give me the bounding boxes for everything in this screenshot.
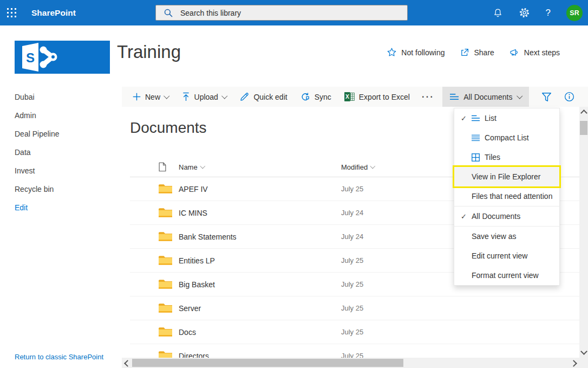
folder-icon	[159, 327, 179, 337]
sidebar-item[interactable]: Deal Pipeline	[0, 125, 122, 143]
toolbar-command-button[interactable]: Quick edit	[233, 87, 293, 107]
sidebar-item[interactable]: Invest	[0, 162, 122, 180]
view-selector-label: All Documents	[463, 93, 512, 101]
view-menu-item[interactable]: ✓ Tiles	[454, 147, 559, 167]
horizontal-scrollbar[interactable]	[122, 358, 579, 368]
more-commands-button[interactable]: ···	[416, 87, 440, 107]
sidebar-item[interactable]: Admin	[0, 106, 122, 125]
row-name-link[interactable]: Bank Statements	[179, 233, 341, 241]
suite-bar: SharePoint ? SR	[0, 0, 588, 25]
view-menu-item-label: Tiles	[485, 153, 500, 162]
view-menu-item-label: Format current view	[472, 271, 539, 280]
vertical-scrollbar-thumb[interactable]	[580, 121, 587, 135]
vertical-scrollbar[interactable]	[579, 107, 588, 358]
upload-icon	[182, 92, 190, 101]
brand-logo-text[interactable]: SharePoint	[31, 0, 76, 25]
view-list-icon	[450, 93, 459, 100]
folder-icon	[159, 279, 179, 289]
horizontal-scrollbar-thumb[interactable]	[132, 359, 403, 367]
sidebar-item[interactable]: Data	[0, 143, 122, 162]
view-menu-item-label: All Documents	[472, 212, 520, 221]
view-menu-item[interactable]: ✓ Format current view	[454, 266, 559, 285]
row-modified-date: July 25	[341, 328, 579, 336]
toolbar-command-button[interactable]: New	[126, 87, 175, 107]
toolbar-command-button[interactable]: Upload	[175, 87, 233, 107]
view-menu-item[interactable]: ✓ Edit current view	[454, 246, 559, 266]
sharepoint-site-logo[interactable]: S	[15, 41, 110, 74]
toolbar-command-label: Upload	[194, 93, 218, 101]
header-action-button[interactable]: Share	[460, 47, 494, 57]
view-menu-item[interactable]: ✓ List	[454, 108, 559, 128]
view-selector-button[interactable]: All Documents	[442, 87, 529, 107]
row-name-link[interactable]: Docs	[179, 328, 341, 337]
sidebar-item[interactable]: Dubai	[0, 88, 122, 106]
list-view-icon	[472, 115, 485, 121]
folder-icon	[159, 231, 179, 242]
header-action-button[interactable]: Not following	[387, 47, 445, 57]
sidebar-nav: DubaiAdminDeal PipelineDataInvestRecycle…	[0, 81, 122, 368]
row-name-link[interactable]: IC MINS	[179, 209, 341, 217]
avatar[interactable]: SR	[566, 5, 583, 21]
file-type-column-icon[interactable]	[159, 162, 179, 172]
row-name-link[interactable]: Server	[179, 304, 341, 313]
return-classic-link[interactable]: Return to classic SharePoint	[15, 353, 103, 361]
search-icon	[164, 8, 173, 18]
filter-icon[interactable]	[541, 92, 552, 102]
help-icon[interactable]: ?	[546, 8, 551, 18]
info-icon[interactable]	[564, 92, 574, 102]
chevron-down-icon	[164, 93, 169, 99]
notifications-bell-icon[interactable]	[493, 8, 503, 18]
table-row[interactable]: Docs July 25	[130, 320, 579, 344]
view-menu-item-label: Save view as	[472, 232, 516, 241]
site-header: S Training Not following Share	[0, 25, 588, 81]
scroll-up-arrow-icon[interactable]	[580, 109, 587, 117]
app-launcher-icon[interactable]	[7, 8, 18, 19]
svg-text:S: S	[26, 50, 35, 65]
view-menu-item[interactable]: ✓ All Documents	[454, 206, 559, 227]
checkmark-icon: ✓	[461, 114, 472, 122]
view-menu-item[interactable]: ✓ Save view as	[454, 227, 559, 246]
settings-gear-icon[interactable]	[519, 7, 530, 18]
svg-text:X: X	[345, 94, 349, 100]
sidebar-item-label: Edit	[15, 203, 28, 212]
plus-icon	[133, 93, 141, 101]
header-action-button[interactable]: Next steps	[509, 47, 560, 57]
view-options-menu: ✓ List ✓ Compact List ✓ Tiles ✓ View in …	[454, 108, 560, 286]
view-menu-item-label: Files that need attention	[472, 192, 552, 201]
view-menu-item-label: Edit current view	[472, 251, 527, 260]
scroll-right-arrow-icon[interactable]	[570, 360, 577, 367]
sidebar-item[interactable]: Edit	[0, 198, 122, 217]
row-name-link[interactable]: Entities LP	[179, 256, 341, 265]
megaphone-icon	[509, 47, 520, 57]
sharepoint-logo-glyph: S	[15, 41, 110, 74]
view-menu-item[interactable]: ✓ View in File Explorer	[454, 167, 559, 186]
row-name-link[interactable]: APEF IV	[179, 185, 341, 193]
sort-chevron-icon	[200, 164, 205, 169]
sidebar-item[interactable]: Recycle bin	[0, 180, 122, 198]
row-name-link[interactable]: Big Basket	[179, 280, 341, 289]
row-modified-date: July 25	[341, 304, 579, 312]
excel-icon: X	[344, 92, 355, 101]
search-box[interactable]	[155, 5, 408, 21]
table-row[interactable]: Server July 25	[130, 296, 579, 320]
column-header-name[interactable]: Name	[179, 163, 341, 171]
view-menu-item-label: List	[485, 114, 496, 122]
waffle-dots	[7, 8, 9, 10]
header-action-label: Next steps	[524, 48, 560, 57]
search-input[interactable]	[179, 8, 407, 18]
sidebar-item-label: Recycle bin	[15, 185, 54, 193]
share-icon	[460, 47, 470, 57]
star-icon	[387, 47, 397, 57]
view-menu-item[interactable]: ✓ Compact List	[454, 128, 559, 147]
pencil-icon	[239, 92, 249, 102]
toolbar-command-button[interactable]: Sync	[294, 87, 338, 107]
toolbar-command-button[interactable]: X Export to Excel	[338, 87, 416, 107]
view-menu-item[interactable]: ✓ Files that need attention	[454, 186, 559, 206]
toolbar-command-label: Export to Excel	[359, 93, 410, 101]
header-action-label: Not following	[401, 48, 445, 57]
scroll-left-arrow-icon[interactable]	[124, 360, 131, 367]
folder-icon	[159, 184, 179, 194]
scroll-down-arrow-icon[interactable]	[580, 348, 587, 355]
compact-list-icon	[472, 134, 485, 141]
chevron-down-icon	[517, 93, 522, 99]
